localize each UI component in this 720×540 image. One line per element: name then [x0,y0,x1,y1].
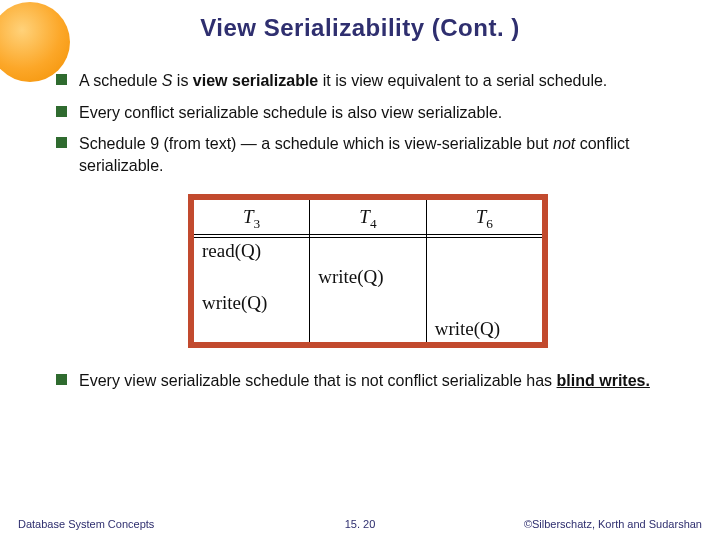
bullet-4: Every view serializable schedule that is… [56,370,680,392]
text-fragment: T [243,206,254,227]
text-fragment: Schedule 9 (from text) — a schedule whic… [79,135,553,152]
table-row: read(Q) [194,238,542,264]
bullet-1-text: A schedule S is view serializable it is … [79,70,680,92]
cell [426,238,542,264]
text-fragment: A schedule [79,72,162,89]
bullet-2: Every conflict serializable schedule is … [56,102,680,124]
table-header-row: T3 T4 T6 [194,200,542,237]
text-fragment: S [162,72,173,89]
cell: write(Q) [194,290,310,316]
bullet-2-text: Every conflict serializable schedule is … [79,102,680,124]
cell [426,264,542,290]
footer-left: Database System Concepts [18,518,246,530]
cell: write(Q) [310,264,426,290]
text-fragment: Every view serializable schedule that is… [79,372,557,389]
col-header-t6: T6 [426,200,542,237]
text-fragment: it is view equivalent to a serial schedu… [318,72,607,89]
text-fragment: 3 [254,216,261,231]
text-fragment: 4 [370,216,377,231]
text-fragment: is [172,72,192,89]
cell: read(Q) [194,238,310,264]
text-fragment: T [476,206,487,227]
cell [194,264,310,290]
cell [310,316,426,342]
text-fragment: view serializable [193,72,318,89]
text-fragment: 6 [486,216,493,231]
table-row: write(Q) [194,264,542,290]
schedule-table: T3 T4 T6 read(Q) write(Q) write(Q) [194,200,542,341]
bullet-square-icon [56,374,67,385]
cell [426,290,542,316]
cell [310,290,426,316]
cell [194,316,310,342]
table-row: write(Q) [194,290,542,316]
bullet-square-icon [56,137,67,148]
footer-copyright: ©Silberschatz, Korth and Sudarshan [474,518,702,530]
col-header-t4: T4 [310,200,426,237]
bullet-4-text: Every view serializable schedule that is… [79,370,680,392]
slide-footer: Database System Concepts 15. 20 ©Silbers… [0,518,720,530]
cell [310,238,426,264]
cell: write(Q) [426,316,542,342]
bullet-1: A schedule S is view serializable it is … [56,70,680,92]
bullet-3: Schedule 9 (from text) — a schedule whic… [56,133,680,176]
table-row: write(Q) [194,316,542,342]
bullet-square-icon [56,106,67,117]
text-fragment: not [553,135,575,152]
text-fragment: blind writes. [557,372,650,389]
bullet-square-icon [56,74,67,85]
col-header-t3: T3 [194,200,310,237]
bullet-3-text: Schedule 9 (from text) — a schedule whic… [79,133,680,176]
slide-body: A schedule S is view serializable it is … [0,42,720,391]
footer-page-number: 15. 20 [246,518,474,530]
text-fragment: T [359,206,370,227]
slide-title: View Serializability (Cont. ) [0,0,720,42]
schedule-table-frame: T3 T4 T6 read(Q) write(Q) write(Q) [188,194,548,347]
